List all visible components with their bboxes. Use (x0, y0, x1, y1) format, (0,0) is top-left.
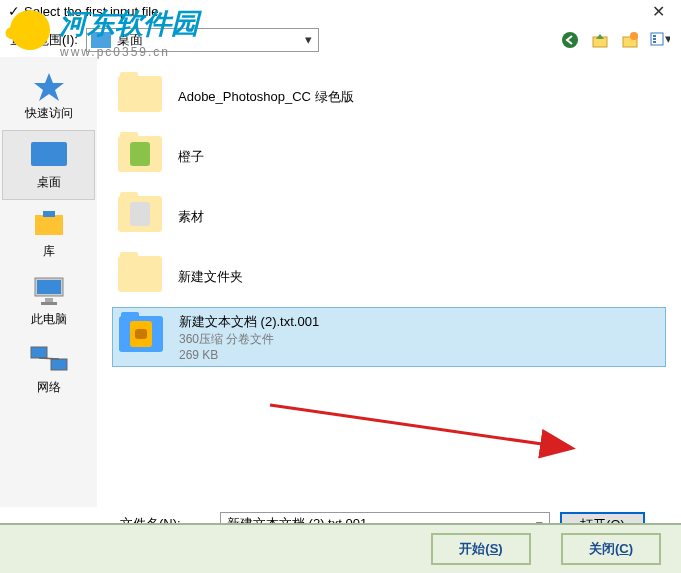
folder-icon (118, 196, 166, 238)
file-list: Adobe_Photoshop_CC 绿色版 橙子 素材 新建文件夹 新建文本文… (97, 57, 681, 507)
file-item-folder[interactable]: Adobe_Photoshop_CC 绿色版 (112, 67, 666, 127)
close-button[interactable]: 关闭(C) (561, 533, 661, 565)
file-name: 素材 (178, 208, 204, 226)
folder-icon (118, 256, 166, 298)
file-name: 橙子 (178, 148, 204, 166)
chevron-down-icon: ▾ (305, 32, 312, 47)
file-type-meta: 360压缩 分卷文件 (179, 331, 319, 348)
sidebar-label: 快速访问 (25, 105, 73, 122)
file-item-folder[interactable]: 新建文件夹 (112, 247, 666, 307)
file-name: 新建文本文档 (2).txt.001 (179, 313, 319, 331)
zip-file-icon (119, 316, 167, 358)
svg-rect-14 (45, 298, 53, 302)
lookin-label: 查找范围(I): (10, 31, 78, 49)
svg-text:▾: ▾ (665, 31, 670, 46)
titlebar-check-icon: ✓ (8, 3, 20, 19)
location-dropdown[interactable]: 桌面 ▾ (86, 28, 320, 52)
new-folder-icon[interactable] (619, 29, 641, 51)
sidebar-label: 桌面 (37, 174, 61, 191)
pc-icon (29, 276, 69, 308)
start-button[interactable]: 开始(S) (431, 533, 531, 565)
network-icon (29, 344, 69, 376)
dialog-title: Select the first input file (24, 4, 643, 19)
folder-icon (118, 76, 166, 118)
places-sidebar: 快速访问 桌面 库 此电脑 网络 (0, 57, 97, 507)
svg-line-18 (39, 358, 59, 359)
toolbar: 查找范围(I): 桌面 ▾ ▾ (0, 22, 681, 57)
svg-rect-16 (31, 347, 47, 358)
sidebar-label: 库 (43, 243, 55, 260)
file-item-selected[interactable]: 新建文本文档 (2).txt.001 360压缩 分卷文件 269 KB (112, 307, 666, 367)
view-menu-icon[interactable]: ▾ (649, 29, 671, 51)
desktop-icon (29, 139, 69, 171)
svg-rect-4 (651, 33, 663, 45)
svg-rect-6 (653, 38, 656, 40)
file-item-folder[interactable]: 橙子 (112, 127, 666, 187)
svg-rect-15 (41, 302, 57, 305)
svg-point-0 (562, 32, 578, 48)
svg-rect-7 (653, 41, 656, 43)
svg-rect-11 (43, 211, 55, 217)
sidebar-item-network[interactable]: 网络 (0, 336, 97, 404)
sidebar-item-quickaccess[interactable]: 快速访问 (0, 62, 97, 130)
sidebar-item-library[interactable]: 库 (0, 200, 97, 268)
sidebar-item-desktop[interactable]: 桌面 (2, 130, 95, 200)
svg-point-3 (630, 32, 638, 40)
location-value: 桌面 (117, 31, 306, 49)
bottom-bar: 开始(S) 关闭(C) (0, 523, 681, 573)
star-icon (29, 70, 69, 102)
file-size-meta: 269 KB (179, 348, 319, 362)
svg-rect-9 (31, 142, 67, 166)
library-icon (29, 208, 69, 240)
svg-rect-10 (35, 215, 63, 235)
folder-icon (118, 136, 166, 178)
sidebar-label: 网络 (37, 379, 61, 396)
desktop-icon (91, 32, 111, 48)
svg-rect-17 (51, 359, 67, 370)
svg-rect-5 (653, 35, 656, 37)
back-icon[interactable] (559, 29, 581, 51)
up-icon[interactable] (589, 29, 611, 51)
file-name: 新建文件夹 (178, 268, 243, 286)
file-name: Adobe_Photoshop_CC 绿色版 (178, 88, 354, 106)
file-item-folder[interactable]: 素材 (112, 187, 666, 247)
sidebar-item-thispc[interactable]: 此电脑 (0, 268, 97, 336)
sidebar-label: 此电脑 (31, 311, 67, 328)
close-icon[interactable]: ✕ (643, 2, 673, 21)
titlebar: ✓ Select the first input file ✕ (0, 0, 681, 22)
svg-rect-13 (37, 280, 61, 294)
